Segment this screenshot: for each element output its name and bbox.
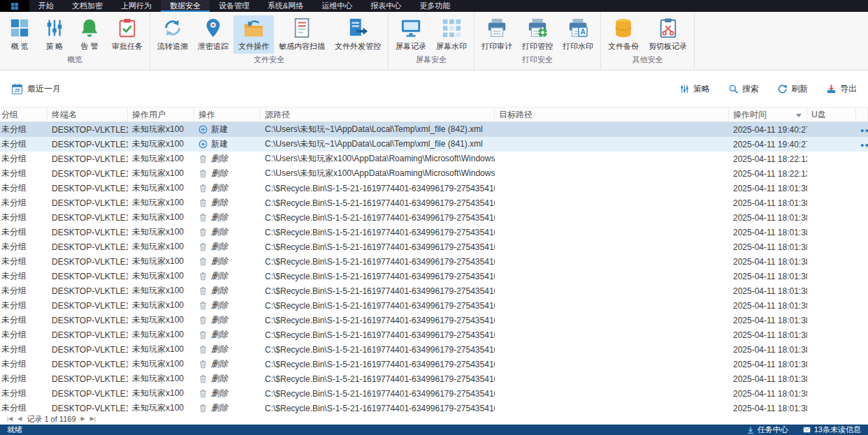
ribbon-item[interactable]: 文件外发管控 [330, 15, 386, 54]
ribbon-item[interactable]: 审批任务 [107, 15, 147, 54]
ribbon-item[interactable]: 泄密追踪 [193, 15, 233, 54]
table-row[interactable]: 未分组DESKTOP-VLKTLE1未知玩家x100删除C:\$Recycle.… [0, 313, 868, 327]
operation-label: 删除 [211, 358, 228, 370]
prev-page-button[interactable]: ◀ [17, 416, 22, 422]
menu-item-ops-center[interactable]: 运维中心 [312, 0, 361, 12]
create-operation-icon [198, 125, 208, 134]
ribbon-item[interactable]: 屏幕记录 [391, 15, 431, 54]
filterbar: 25 最近一月 策略搜索刷新导出 [0, 71, 868, 107]
first-page-button[interactable]: |◀ [7, 416, 13, 422]
cell-user: 未知玩家x100 [128, 226, 194, 238]
column-header[interactable]: 分组 [0, 108, 48, 121]
table-row[interactable]: 未分组DESKTOP-VLKTLE1未知玩家x100删除C:\$Recycle.… [0, 196, 868, 210]
task-center-button[interactable]: 任务中心 [746, 425, 788, 435]
row-menu-button[interactable]: ●●● [860, 142, 868, 149]
app-logo[interactable] [0, 0, 29, 12]
ribbon-item[interactable]: 打印管控 [517, 15, 558, 54]
cell-source-path: C:\$Recycle.Bin\S-1-5-21-1619774401-6349… [261, 316, 495, 325]
ribbon-item[interactable]: 文件操作 [233, 15, 274, 54]
policy-button[interactable]: 策略 [679, 83, 710, 95]
menu-item-data-security[interactable]: 数据安全 [161, 0, 210, 12]
cell-terminal: DESKTOP-VLKTLE1 [48, 330, 128, 340]
cell-group: 未分组 [0, 182, 48, 194]
column-header[interactable]: 目标路径 [495, 108, 729, 121]
table-row[interactable]: 未分组DESKTOP-VLKTLE1未知玩家x100删除C:\$Recycle.… [0, 386, 868, 401]
table-row[interactable]: 未分组DESKTOP-VLKTLE1未知玩家x100删除C:\$Recycle.… [0, 401, 868, 413]
ribbon-item[interactable]: 敏感内容扫描 [274, 15, 330, 54]
ribbon-item[interactable]: 流转追溯 [152, 15, 193, 54]
table-row[interactable]: 未分组DESKTOP-VLKTLE1未知玩家x100删除C:\$Recycle.… [0, 327, 868, 342]
table-row[interactable]: 未分组DESKTOP-VLKTLE1未知玩家x100删除C:\$Recycle.… [0, 181, 868, 196]
menu-item-system-network[interactable]: 系统&网络 [259, 0, 312, 12]
time-filter-caret-icon[interactable] [796, 114, 802, 117]
table-row[interactable]: 未分组DESKTOP-VLKTLE1未知玩家x100删除C:\$Recycle.… [0, 357, 868, 371]
column-header[interactable]: 终端名 [48, 108, 128, 121]
table-row[interactable]: 未分组DESKTOP-VLKTLE1未知玩家x100删除C:\Users\未知玩… [0, 166, 868, 181]
column-header[interactable]: 操作时间 [729, 108, 807, 121]
ribbon-item[interactable]: 告 警 [72, 15, 107, 54]
ribbon-item-label: 敏感内容扫描 [279, 41, 325, 52]
cell-operation: 新建 [194, 124, 261, 135]
cell-source-path: C:\Users\未知玩~1\AppData\Local\Temp\xml_fi… [261, 124, 495, 135]
statusbar-right: 任务中心 13条未读信息 [746, 425, 861, 435]
cell-group: 未分组 [0, 226, 48, 238]
cell-time: 2025-04-11 19:40:27 [729, 140, 807, 149]
table-row[interactable]: 未分组DESKTOP-VLKTLE1未知玩家x100删除C:\Users\未知玩… [0, 152, 868, 166]
cell-user: 未知玩家x100 [128, 358, 194, 370]
table-row[interactable]: 未分组DESKTOP-VLKTLE1未知玩家x100删除C:\$Recycle.… [0, 210, 868, 225]
ribbon-item-label: 屏幕记录 [396, 41, 426, 52]
cell-source-path: C:\$Recycle.Bin\S-1-5-21-1619774401-6349… [261, 374, 495, 384]
search-button[interactable]: 搜索 [728, 83, 759, 95]
date-range-filter[interactable]: 25 最近一月 [11, 83, 61, 95]
ribbon-item[interactable]: 打印审计 [477, 15, 517, 54]
row-menu-button[interactable]: ●●● [860, 127, 868, 134]
column-header[interactable]: 源路径 [261, 108, 495, 121]
cell-group: 未分组 [0, 300, 48, 311]
export-button[interactable]: 导出 [826, 83, 857, 95]
column-header-actions [856, 108, 868, 121]
column-header[interactable]: U盘 [807, 108, 856, 121]
menu-item-report-center[interactable]: 报表中心 [361, 0, 410, 12]
menu-item-doc-encrypt[interactable]: 文档加密 [63, 0, 112, 12]
ribbon-item[interactable]: 策 略 [37, 15, 72, 54]
table-row[interactable]: 未分组DESKTOP-VLKTLE1未知玩家x100删除C:\$Recycle.… [0, 283, 868, 298]
refresh-button[interactable]: 刷新 [777, 83, 808, 95]
table-row[interactable]: 未分组DESKTOP-VLKTLE1未知玩家x100新建C:\Users\未知玩… [0, 137, 868, 152]
ribbon-item[interactable]: 文件备份 [603, 15, 644, 54]
outgoing-icon [347, 17, 368, 38]
menu-item-start[interactable]: 开始 [29, 0, 63, 12]
menu-item-device-mgmt[interactable]: 设备管理 [210, 0, 259, 12]
table-row[interactable]: 未分组DESKTOP-VLKTLE1未知玩家x100删除C:\$Recycle.… [0, 225, 868, 239]
cell-operation: 删除 [194, 402, 261, 413]
operation-label: 删除 [211, 270, 228, 282]
task-center-icon [746, 426, 755, 434]
cell-actions: ●●● [856, 125, 868, 135]
cell-source-path: C:\$Recycle.Bin\S-1-5-21-1619774401-6349… [261, 301, 495, 311]
table-row[interactable]: 未分组DESKTOP-VLKTLE1未知玩家x100删除C:\$Recycle.… [0, 269, 868, 283]
column-header[interactable]: 操作 [194, 108, 261, 121]
table-row[interactable]: 未分组DESKTOP-VLKTLE1未知玩家x100删除C:\$Recycle.… [0, 298, 868, 313]
table-row[interactable]: 未分组DESKTOP-VLKTLE1未知玩家x100新建C:\Users\未知玩… [0, 122, 868, 137]
table-row[interactable]: 未分组DESKTOP-VLKTLE1未知玩家x100删除C:\$Recycle.… [0, 254, 868, 269]
ribbon-item[interactable]: 概 览 [2, 15, 37, 54]
cell-operation: 删除 [194, 212, 261, 223]
cell-user: 未知玩家x100 [128, 270, 194, 282]
cell-group: 未分组 [0, 256, 48, 267]
next-page-button[interactable]: ▶ [81, 416, 85, 422]
ribbon-item[interactable]: A打印水印 [558, 15, 598, 54]
menu-item-web-behavior[interactable]: 上网行为 [112, 0, 161, 12]
last-page-button[interactable]: ▶| [90, 416, 96, 422]
cell-actions: ●●● [856, 140, 868, 149]
unread-messages-button[interactable]: 13条未读信息 [802, 425, 861, 435]
ribbon-item[interactable]: 剪切板记录 [644, 15, 692, 54]
cell-user: 未知玩家x100 [128, 138, 194, 150]
ribbon-group-label: 概览 [2, 52, 147, 65]
table-row[interactable]: 未分组DESKTOP-VLKTLE1未知玩家x100删除C:\$Recycle.… [0, 342, 868, 357]
table-row[interactable]: 未分组DESKTOP-VLKTLE1未知玩家x100删除C:\$Recycle.… [0, 371, 868, 386]
column-header[interactable]: 操作用户 [128, 108, 194, 121]
cell-group: 未分组 [0, 388, 48, 399]
menu-item-more-features[interactable]: 更多功能 [410, 0, 459, 12]
ribbon-item[interactable]: 屏幕水印 [431, 15, 472, 54]
table-row[interactable]: 未分组DESKTOP-VLKTLE1未知玩家x100删除C:\$Recycle.… [0, 239, 868, 254]
cell-user: 未知玩家x100 [128, 197, 194, 209]
